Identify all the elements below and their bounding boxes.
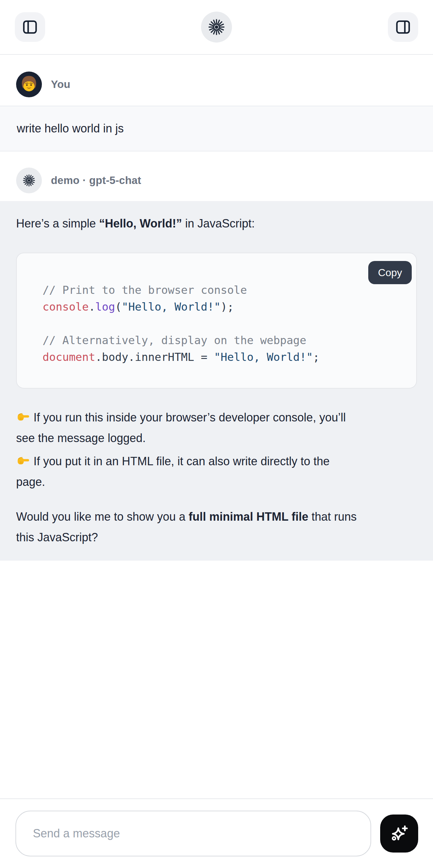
sidebar-toggle-button[interactable] bbox=[15, 12, 45, 42]
app-logo-button[interactable] bbox=[201, 11, 232, 42]
code-content: // Print to the browser console console.… bbox=[42, 283, 319, 364]
right-panel-toggle-button[interactable] bbox=[388, 12, 418, 42]
chat-thread: You write hello world in js demo · gpt-5… bbox=[0, 71, 433, 561]
panel-left-icon bbox=[22, 19, 38, 35]
starburst-icon bbox=[22, 174, 36, 187]
user-author-label: You bbox=[51, 78, 70, 91]
tip-paragraph-2: If you put it in an HTML file, it can al… bbox=[16, 451, 417, 492]
composer-bar bbox=[0, 798, 433, 868]
user-message: write hello world in js bbox=[0, 106, 433, 151]
tip-paragraph-1: If you run this inside your browser’s de… bbox=[16, 407, 417, 448]
user-turn-header: You bbox=[0, 71, 433, 97]
followup-question-paragraph: Would you like me to show you a full min… bbox=[16, 506, 417, 548]
user-message-text: write hello world in js bbox=[17, 122, 124, 135]
assistant-avatar bbox=[16, 167, 42, 193]
user-avatar bbox=[16, 71, 42, 97]
assistant-author-label: demo · gpt-5-chat bbox=[51, 174, 141, 187]
code-pre: // Print to the browser console console.… bbox=[42, 282, 407, 365]
intro-paragraph: Here’s a simple “Hello, World!” in JavaS… bbox=[16, 213, 417, 234]
code-block: Copy // Print to the browser console con… bbox=[16, 253, 417, 389]
assistant-message: Here’s a simple “Hello, World!” in JavaS… bbox=[0, 201, 433, 561]
send-button[interactable] bbox=[380, 814, 418, 852]
message-input[interactable] bbox=[16, 811, 371, 857]
pointing-right-emoji bbox=[16, 409, 30, 424]
top-bar bbox=[0, 0, 433, 55]
sparkle-icon bbox=[389, 823, 409, 844]
copy-code-button[interactable]: Copy bbox=[368, 261, 412, 284]
pointing-right-emoji bbox=[16, 453, 30, 467]
starburst-icon bbox=[208, 18, 225, 36]
person-emoji-icon bbox=[16, 71, 42, 97]
panel-right-icon bbox=[395, 19, 411, 35]
assistant-turn-header: demo · gpt-5-chat bbox=[0, 167, 433, 193]
